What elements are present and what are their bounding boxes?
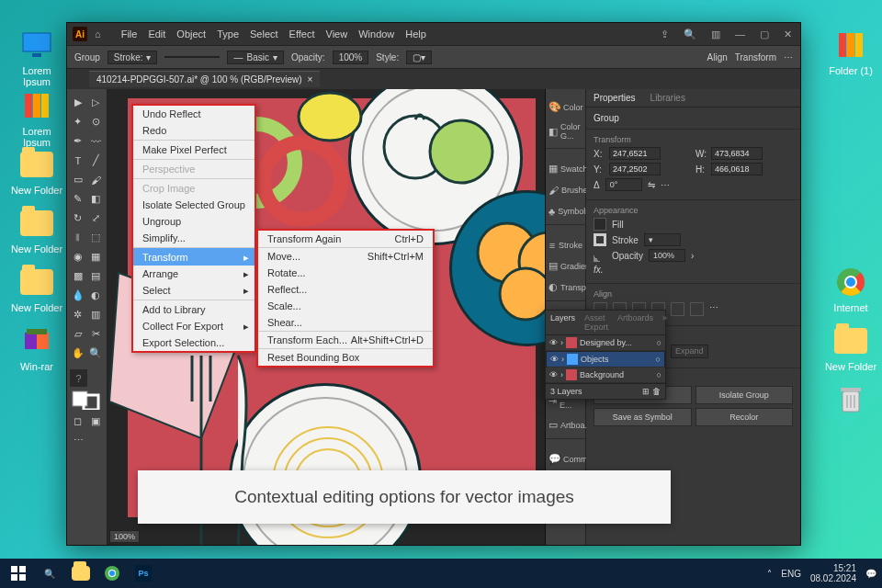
taskbar-explorer[interactable] [68,560,94,586]
visibility-icon[interactable]: 👁 [549,370,558,379]
artboard-tool[interactable]: ▱ [70,325,86,343]
layers-panel[interactable]: Layers Asset Export Artboards » 👁›Design… [545,310,666,400]
rectangle-tool[interactable]: ▭ [70,171,86,188]
start-button[interactable] [6,560,31,586]
panel-collapse-icon[interactable]: » [658,311,672,334]
ctx-export-selection[interactable]: Export Selection... [133,334,254,351]
lasso-tool[interactable]: ⊙ [88,113,105,130]
tab-properties[interactable]: Properties [586,89,643,107]
ctx-select[interactable]: Select▸ [133,282,254,299]
search-icon[interactable]: 🔍 [681,28,699,40]
ctx-add-to-library[interactable]: Add to Library [133,300,254,318]
close-icon[interactable]: ✕ [781,28,795,40]
ctx-transform[interactable]: Transform▸ [133,247,254,266]
desktop-icon-chrome[interactable]: Internet [823,265,878,313]
rotate-tool[interactable]: ↻ [70,209,86,227]
ctx-make-pixel-perfect[interactable]: Make Pixel Perfect [133,140,254,158]
ctx-collect-export[interactable]: Collect For Export▸ [133,318,254,334]
h-input[interactable] [711,163,763,175]
direct-selection-tool[interactable]: ▷ [88,94,105,111]
style-select[interactable]: ▢▾ [406,51,432,64]
sub-reflect[interactable]: Reflect... [258,281,433,298]
pen-tool[interactable]: ✒ [70,132,86,150]
brush-definition[interactable]: — Basic ▾ [227,51,283,64]
desktop-icon-folder[interactable]: New Folder [823,323,878,372]
menu-select[interactable]: Select [250,28,278,40]
zoom-tool[interactable]: 🔍 [88,345,105,362]
menu-type[interactable]: Type [217,28,239,40]
more-options-icon[interactable]: ⋯ [661,180,670,190]
selection-tool[interactable]: ▶ [70,94,86,111]
home-icon[interactable]: ⌂ [95,28,101,40]
tray-date[interactable]: 08.02.2024 [810,573,856,583]
taskbar-chrome[interactable] [99,560,125,586]
scale-tool[interactable]: ⤢ [88,209,105,227]
align-vcenter[interactable] [671,302,684,316]
opacity-swatch[interactable] [594,249,606,262]
layer-row-selected[interactable]: 👁›Objects○ [546,351,665,368]
align-panel-toggle[interactable]: Align [707,52,728,62]
draw-mode[interactable]: ◻ [70,413,86,430]
strip-symbols[interactable]: ♣Symbols [546,200,585,221]
desktop-icon-binder[interactable]: Folder (1) [823,28,878,76]
sub-shear[interactable]: Shear... [258,314,433,331]
stroke-swatch[interactable] [594,233,606,246]
taskbar-search[interactable]: 🔍 [37,560,62,586]
line-tool[interactable]: ╱ [88,152,105,169]
paintbrush-tool[interactable]: 🖌 [88,171,105,188]
sub-reset-bbox[interactable]: Reset Bounding Box [258,348,433,366]
gradient-tool[interactable]: ▤ [88,267,105,285]
menu-view[interactable]: View [326,28,348,40]
strip-stroke[interactable]: ≡Stroke [546,234,585,255]
ctx-redo[interactable]: Redo [133,122,254,139]
close-tab-icon[interactable]: × [308,74,313,85]
x-input[interactable] [609,147,661,160]
opacity-value[interactable]: 100% [649,249,685,262]
width-tool[interactable]: ⫴ [70,229,86,246]
delete-layer-icon[interactable]: 🗑 [652,387,661,396]
stroke-weight-slider[interactable] [164,56,220,58]
document-tab[interactable]: 410214-PDPGGI-507.ai* @ 100 % (RGB/Previ… [89,71,320,87]
pathfinder-expand[interactable]: Expand [671,345,708,358]
ctx-arrange[interactable]: Arrange▸ [133,266,254,282]
sub-rotate[interactable]: Rotate... [258,265,433,281]
strip-swatches[interactable]: ▦Swatch... [546,158,585,179]
expand-icon[interactable]: › [560,370,563,379]
align-more-icon[interactable]: ⋯ [709,302,718,316]
mesh-tool[interactable]: ▩ [70,267,86,285]
strip-gradient[interactable]: ▤Gradient [546,255,585,277]
type-tool[interactable]: T [70,152,86,169]
asset-export-tab[interactable]: Asset Export [580,311,613,334]
stroke-control[interactable]: Stroke:▾ [107,51,158,64]
hand-tool[interactable]: ✋ [70,345,86,362]
ctx-isolate-group[interactable]: Isolate Selected Group [133,197,254,213]
menu-help[interactable]: Help [405,28,426,40]
desktop-icon-winrar[interactable]: Win-rar [9,323,64,372]
layers-tab[interactable]: Layers [546,311,580,334]
layer-row[interactable]: 👁›Background○ [546,368,665,383]
taskbar-photoshop[interactable]: Ps [130,560,156,586]
title-bar[interactable]: Ai ⌂ File Edit Object Type Select Effect… [67,23,800,45]
desktop-icon-folder[interactable]: New Folder [9,265,64,313]
menu-file[interactable]: File [121,28,138,40]
eraser-tool[interactable]: ◧ [88,190,105,208]
graph-tool[interactable]: ▥ [88,306,105,323]
menu-window[interactable]: Window [358,28,394,40]
y-input[interactable] [609,163,661,175]
sub-transform-again[interactable]: Transform AgainCtrl+D [258,231,433,247]
minimize-icon[interactable]: — [732,28,748,40]
qa-recolor[interactable]: Recolor [695,408,794,426]
visibility-icon[interactable]: 👁 [549,338,558,347]
tab-libraries[interactable]: Libraries [643,89,693,107]
desktop-icon-pc[interactable]: Lorem Ipsum [9,28,64,87]
qa-isolate-group[interactable]: Isolate Group [695,386,794,404]
strip-transparency[interactable]: ◐Transpa... [546,277,585,298]
strip-color[interactable]: 🎨Color [546,96,585,118]
eyedropper-tool[interactable]: 💧 [70,287,86,304]
share-icon[interactable]: ⇪ [658,28,672,40]
slice-tool[interactable]: ✂ [88,325,105,343]
perspective-tool[interactable]: ▦ [88,248,105,266]
more-icon[interactable]: ⋯ [784,52,793,62]
w-input[interactable] [711,147,763,160]
menu-object[interactable]: Object [176,28,206,40]
